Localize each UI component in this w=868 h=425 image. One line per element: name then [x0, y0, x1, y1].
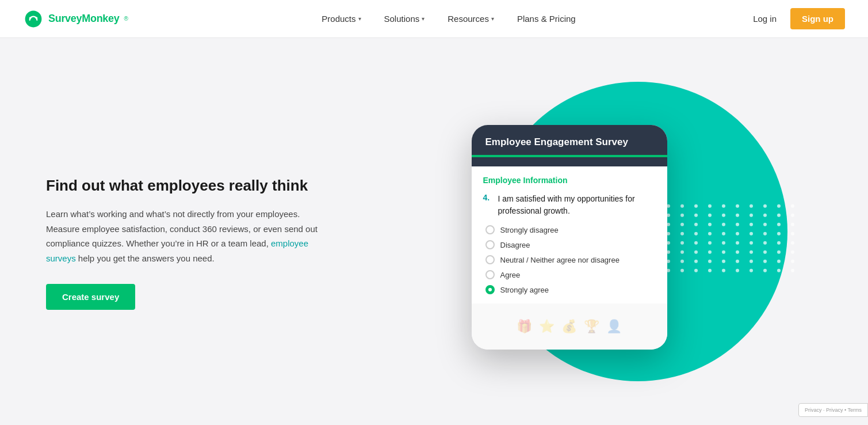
dot-decoration — [763, 260, 767, 263]
section-label: Employee Information — [483, 176, 656, 185]
dot-decoration — [750, 260, 753, 263]
dot-decoration — [791, 204, 794, 208]
dot-decoration — [708, 214, 712, 217]
dot-decoration — [750, 251, 753, 254]
dot-decoration — [777, 269, 781, 272]
dot-decoration — [791, 260, 794, 263]
dot-decoration — [694, 241, 698, 245]
dot-decoration — [694, 223, 698, 226]
dot-decoration — [791, 214, 794, 217]
dot-decoration — [722, 269, 725, 272]
phone-mockup: Employee Engagement Survey Employee Info… — [472, 125, 667, 350]
radio-strongly-agree — [485, 285, 495, 294]
dot-decoration — [667, 223, 670, 226]
signup-button[interactable]: Sign up — [790, 8, 845, 29]
resources-chevron-icon: ▾ — [491, 16, 494, 22]
dot-decoration — [777, 223, 781, 226]
svg-point-0 — [29, 17, 32, 19]
dot-decoration — [708, 204, 712, 208]
hero-content: Find out what employees really think Lea… — [46, 153, 334, 310]
option-agree[interactable]: Agree — [485, 270, 656, 279]
dot-decoration — [708, 269, 712, 272]
dot-decoration — [708, 251, 712, 254]
dot-decoration — [777, 251, 781, 254]
hero-description: Learn what’s working and what’s not dire… — [46, 207, 334, 265]
radio-agree — [485, 270, 495, 279]
dot-decoration — [736, 223, 739, 226]
nav-links: Products ▾ Solutions ▾ Resources ▾ Plans… — [151, 9, 746, 28]
dot-decoration — [708, 223, 712, 226]
dot-decoration — [722, 260, 725, 263]
dot-decoration — [694, 251, 698, 254]
navbar: SurveyMonkey® Products ▾ Solutions ▾ Res… — [0, 0, 868, 38]
options-list: Strongly disagree Disagree Neutral / Nei… — [483, 225, 656, 294]
create-survey-button[interactable]: Create survey — [46, 284, 135, 310]
option-strongly-agree[interactable]: Strongly agree — [485, 285, 656, 294]
dot-decoration — [791, 223, 794, 226]
dot-decoration — [667, 204, 670, 208]
dot-decoration — [694, 260, 698, 263]
recaptcha-badge: Privacy · Privacy • Terms — [798, 403, 868, 417]
logo-text: SurveyMonkey — [48, 13, 119, 25]
radio-strongly-disagree — [485, 225, 495, 234]
dot-decoration — [777, 241, 781, 245]
login-button[interactable]: Log in — [746, 9, 783, 28]
question-text: I am satisfied with my opportunities for… — [498, 193, 656, 217]
phone-footer-illustration: 🎁⭐💰🏆👤 — [472, 303, 667, 350]
dot-decoration — [736, 251, 739, 254]
dot-pattern-decoration — [667, 204, 799, 272]
logo-tm: ® — [124, 16, 128, 22]
nav-solutions[interactable]: Solutions ▾ — [375, 9, 434, 28]
dot-decoration — [763, 214, 767, 217]
dot-decoration — [708, 260, 712, 263]
header-accent-bar — [472, 155, 667, 157]
dot-decoration — [736, 204, 739, 208]
hero-right: Employee Engagement Survey Employee Info… — [334, 64, 822, 399]
dot-decoration — [763, 232, 767, 236]
dot-decoration — [791, 269, 794, 272]
dot-decoration — [777, 232, 781, 236]
dot-decoration — [791, 241, 794, 245]
dot-decoration — [667, 260, 670, 263]
radio-neutral — [485, 255, 495, 264]
dot-decoration — [694, 214, 698, 217]
dot-decoration — [750, 241, 753, 245]
dot-decoration — [722, 204, 725, 208]
logo-link[interactable]: SurveyMonkey® — [23, 9, 128, 29]
dot-decoration — [667, 214, 670, 217]
dot-decoration — [750, 204, 753, 208]
radio-disagree — [485, 240, 495, 249]
nav-products[interactable]: Products ▾ — [312, 9, 370, 28]
dot-decoration — [763, 223, 767, 226]
nav-pricing[interactable]: Plans & Pricing — [508, 9, 585, 28]
products-chevron-icon: ▾ — [358, 16, 361, 22]
dot-decoration — [750, 223, 753, 226]
dot-decoration — [667, 241, 670, 245]
dot-decoration — [736, 214, 739, 217]
dot-decoration — [763, 241, 767, 245]
dot-decoration — [680, 204, 684, 208]
svg-point-1 — [36, 17, 38, 19]
option-strongly-disagree[interactable]: Strongly disagree — [485, 225, 656, 234]
dot-decoration — [680, 241, 684, 245]
question-number: 4. — [483, 193, 494, 217]
dot-decoration — [694, 204, 698, 208]
dot-decoration — [680, 269, 684, 272]
nav-resources[interactable]: Resources ▾ — [438, 9, 503, 28]
dot-decoration — [763, 204, 767, 208]
dot-decoration — [667, 232, 670, 236]
dot-decoration — [722, 251, 725, 254]
dot-decoration — [736, 232, 739, 236]
dot-decoration — [694, 269, 698, 272]
option-disagree[interactable]: Disagree — [485, 240, 656, 249]
solutions-chevron-icon: ▾ — [422, 16, 425, 22]
dot-decoration — [680, 223, 684, 226]
option-neutral[interactable]: Neutral / Neither agree nor disagree — [485, 255, 656, 264]
dot-decoration — [736, 260, 739, 263]
dot-decoration — [708, 241, 712, 245]
dot-decoration — [763, 251, 767, 254]
hero-title: Find out what employees really think — [46, 176, 334, 196]
dot-decoration — [750, 214, 753, 217]
dot-decoration — [680, 232, 684, 236]
dot-decoration — [722, 214, 725, 217]
